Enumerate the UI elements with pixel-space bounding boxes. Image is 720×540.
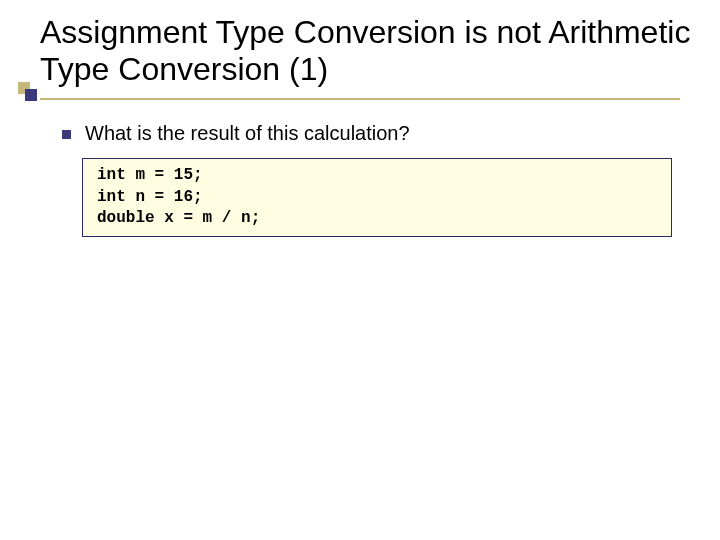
title-ornament-icon: [18, 82, 42, 100]
bullet-row: What is the result of this calculation?: [62, 122, 410, 145]
slide: Assignment Type Conversion is not Arithm…: [0, 0, 720, 540]
square-bullet-icon: [62, 130, 71, 139]
bullet-text: What is the result of this calculation?: [85, 122, 410, 145]
code-block: int m = 15; int n = 16; double x = m / n…: [82, 158, 672, 237]
slide-title: Assignment Type Conversion is not Arithm…: [40, 14, 700, 88]
title-block: Assignment Type Conversion is not Arithm…: [40, 14, 700, 88]
title-underline: [40, 98, 680, 100]
